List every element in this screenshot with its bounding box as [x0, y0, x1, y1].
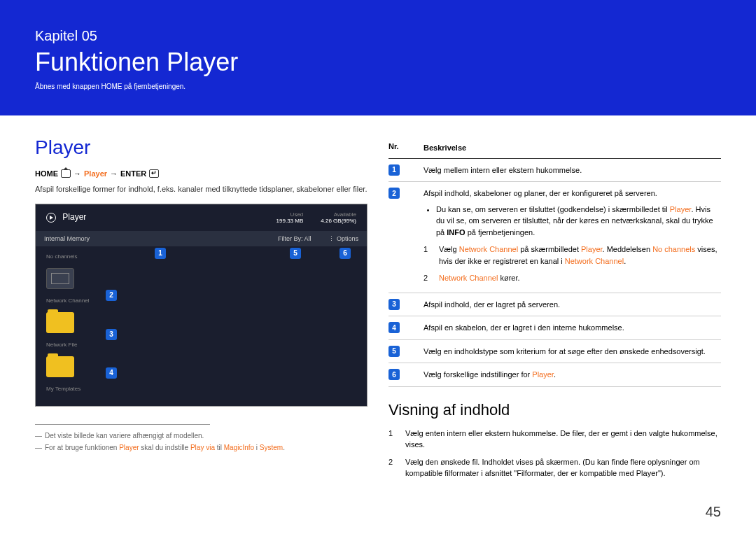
- folder-icon: [46, 356, 74, 377]
- options-item: ⋮ Options: [328, 235, 358, 242]
- chapter-label: Kapitel 05: [35, 28, 721, 44]
- page-header: Kapitel 05 Funktionen Player Åbnes med k…: [0, 0, 756, 115]
- subsection-title: Visning af indhold: [388, 401, 721, 419]
- row-badge-1: 1: [388, 164, 400, 176]
- item-my-templates: [46, 353, 356, 380]
- chapter-title: Funktionen Player: [35, 48, 721, 77]
- table-header-nr: Nr.: [388, 142, 424, 154]
- table-row: 2 Afspil indhold, skabeloner og planer, …: [388, 182, 721, 293]
- step-row: 2 Vælg den ønskede fil. Indholdet vises …: [388, 456, 721, 479]
- item-network-channel: [46, 265, 356, 292]
- screenshot-title: Player: [46, 212, 86, 223]
- callout-badge-6: 6: [340, 248, 351, 259]
- table-row: 1 Vælg mellem intern eller ekstern hukom…: [388, 159, 721, 183]
- left-column: Player HOME → Player → ENTER Afspil fors…: [35, 136, 368, 485]
- table-row: 4 Afspil en skabelon, der er lagret i de…: [388, 316, 721, 340]
- filter-item: Filter By: All: [278, 235, 312, 242]
- row-badge-4: 4: [388, 322, 400, 333]
- step-row: 1 Vælg enten intern eller ekstern hukomm…: [388, 428, 721, 451]
- row-badge-3: 3: [388, 299, 400, 310]
- table-header-desc: Beskrivelse: [424, 142, 721, 154]
- callout-badge-5: 5: [290, 248, 301, 259]
- player-screenshot: Player Used 199.33 MB Available 4.26 GB(…: [35, 204, 368, 407]
- breadcrumb-player: Player: [84, 169, 107, 178]
- play-icon: [46, 213, 56, 223]
- table-row: 6 Vælg forskellige indstillinger for Pla…: [388, 363, 721, 387]
- callout-badge-1: 1: [155, 248, 166, 259]
- item-network-file: [46, 309, 356, 336]
- footnote-2: For at bruge funktionen Player skal du i…: [35, 444, 368, 451]
- breadcrumb: HOME → Player → ENTER: [35, 169, 368, 178]
- row-badge-2: 2: [388, 188, 400, 199]
- enter-icon: [149, 169, 159, 178]
- storage-info: Used 199.33 MB Available 4.26 GB(95%): [276, 211, 356, 224]
- callout-badge-4: 4: [106, 367, 117, 379]
- divider: [35, 424, 210, 425]
- intro-text: Afspil forskellige former for indhold, f…: [35, 183, 368, 195]
- breadcrumb-home: HOME: [35, 169, 58, 178]
- right-column: Nr. Beskrivelse 1 Vælg mellem intern ell…: [388, 136, 721, 485]
- row-badge-6: 6: [388, 369, 400, 380]
- breadcrumb-enter: ENTER: [120, 169, 146, 178]
- home-icon: [61, 169, 71, 178]
- callout-badge-3: 3: [106, 329, 117, 340]
- description-table: Nr. Beskrivelse 1 Vælg mellem intern ell…: [388, 136, 721, 387]
- page-number: 45: [706, 504, 721, 520]
- calendar-icon: [46, 268, 74, 289]
- table-row: 5 Vælg en indholdstype som kriterium for…: [388, 340, 721, 364]
- folder-icon: [46, 312, 74, 333]
- footnote-1: Det viste billede kan variere afhængigt …: [35, 432, 368, 440]
- callout-badge-2: 2: [106, 290, 117, 301]
- header-subtitle: Åbnes med knappen HOME på fjernbetjening…: [35, 83, 721, 90]
- section-title-player: Player: [35, 136, 368, 159]
- row-badge-5: 5: [388, 346, 400, 357]
- bullet-item: Du kan se, om serveren er tilsluttet (go…: [436, 204, 721, 239]
- table-row: 3 Afspil indhold, der er lagret på serve…: [388, 293, 721, 317]
- internal-memory-item: Internal Memory: [44, 235, 90, 242]
- screenshot-menu-bar: Internal Memory Filter By: All ⋮ Options: [36, 231, 367, 246]
